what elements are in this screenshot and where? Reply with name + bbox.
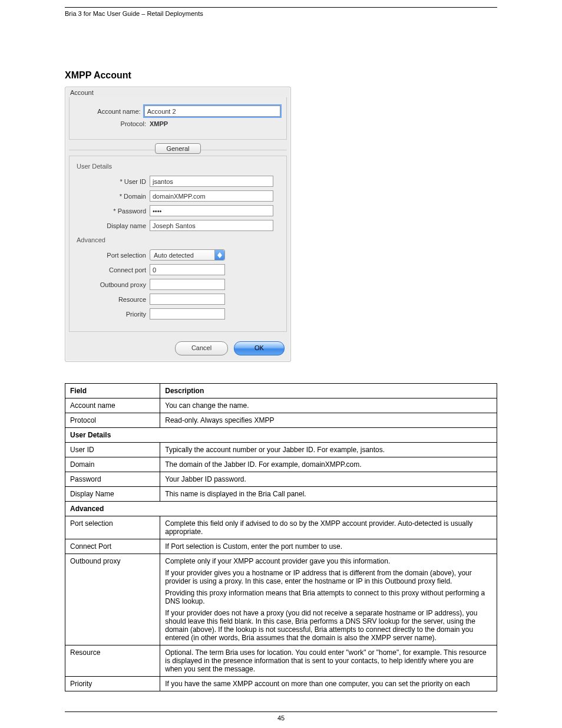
outbound-proxy-input[interactable] bbox=[150, 279, 225, 290]
cell-desc-p1: Complete only if your XMPP account provi… bbox=[165, 557, 492, 565]
header-left: Bria 3 for Mac User Guide – Retail Deplo… bbox=[65, 10, 203, 17]
cell-field: Account name bbox=[65, 398, 160, 413]
cell-desc: Your Jabber ID password. bbox=[160, 472, 497, 487]
port-selection-label: Port selection bbox=[75, 252, 150, 259]
protocol-label: Protocol: bbox=[75, 120, 150, 127]
table-row: Account name You can change the name. bbox=[65, 398, 497, 413]
th-desc: Description bbox=[160, 384, 497, 398]
page-number: 45 bbox=[277, 714, 285, 722]
page-footer: 45 bbox=[65, 711, 497, 722]
resource-label: Resource bbox=[75, 296, 150, 303]
cell-desc-p4: If your provider does not have a proxy (… bbox=[165, 609, 492, 642]
connect-port-input[interactable] bbox=[150, 264, 225, 275]
cell-desc: The domain of the Jabber ID. For example… bbox=[160, 457, 497, 472]
user-details-title: User Details bbox=[75, 161, 280, 172]
cell-desc-p3: Providing this proxy information means t… bbox=[165, 589, 492, 605]
display-name-input[interactable] bbox=[150, 220, 273, 231]
protocol-value: XMPP bbox=[150, 120, 168, 127]
svg-marker-1 bbox=[217, 255, 222, 258]
account-name-label: Account name: bbox=[75, 108, 144, 115]
table-row: Display Name This name is displayed in t… bbox=[65, 487, 497, 502]
cell-field: Display Name bbox=[65, 487, 160, 502]
cell-field: Domain bbox=[65, 457, 160, 472]
page-title: XMPP Account bbox=[65, 70, 497, 81]
dropdown-stepper-icon bbox=[214, 250, 224, 260]
password-label: * Password bbox=[75, 207, 150, 215]
cell-field: Protocol bbox=[65, 413, 160, 428]
table-row: Priority If you have the same XMPP accou… bbox=[65, 677, 497, 691]
resource-input[interactable] bbox=[150, 294, 225, 305]
outbound-proxy-label: Outbound proxy bbox=[75, 281, 150, 288]
table-section-row: User Details bbox=[65, 428, 497, 443]
cell-desc: Read-only. Always specifies XMPP bbox=[160, 413, 497, 428]
table-row: Port selection Complete this field only … bbox=[65, 516, 497, 539]
domain-input[interactable] bbox=[150, 190, 273, 202]
port-selection-select[interactable]: Auto detected bbox=[150, 249, 225, 261]
fields-table: Field Description Account name You can c… bbox=[65, 383, 497, 691]
section-user-details: User Details bbox=[65, 428, 497, 443]
ok-button[interactable]: OK bbox=[234, 341, 285, 355]
cell-field: User ID bbox=[65, 443, 160, 457]
cancel-button[interactable]: Cancel bbox=[175, 341, 228, 355]
cell-desc: Optional. The term Bria uses for locatio… bbox=[160, 645, 497, 677]
cell-field: Port selection bbox=[65, 516, 160, 539]
th-field: Field bbox=[65, 384, 160, 398]
user-id-input[interactable] bbox=[150, 176, 273, 187]
cell-field: Outbound proxy bbox=[65, 554, 160, 645]
cell-field: Resource bbox=[65, 645, 160, 677]
table-row: Resource Optional. The term Bria uses fo… bbox=[65, 645, 497, 677]
port-selection-value: Auto detected bbox=[154, 252, 194, 259]
table-row: Password Your Jabber ID password. bbox=[65, 472, 497, 487]
page-header: Bria 3 for Mac User Guide – Retail Deplo… bbox=[65, 7, 497, 17]
cell-desc: Typically the account number or your Jab… bbox=[160, 443, 497, 457]
tab-bar: General bbox=[69, 143, 287, 156]
table-row: Protocol Read-only. Always specifies XMP… bbox=[65, 413, 497, 428]
password-input[interactable] bbox=[150, 205, 273, 216]
user-id-label: * User ID bbox=[75, 178, 150, 185]
cell-desc: Complete only if your XMPP account provi… bbox=[160, 554, 497, 645]
account-name-input[interactable] bbox=[144, 106, 280, 117]
display-name-label: Display name bbox=[75, 222, 150, 229]
cell-desc: If you have the same XMPP account on mor… bbox=[160, 677, 497, 691]
table-row: Connect Port If Port selection is Custom… bbox=[65, 539, 497, 554]
connect-port-label: Connect port bbox=[75, 266, 150, 274]
account-dialog: Account Account name: Protocol: XMPP Gen… bbox=[65, 87, 291, 362]
cell-field: Priority bbox=[65, 677, 160, 691]
table-row: User ID Typically the account number or … bbox=[65, 443, 497, 457]
priority-label: Priority bbox=[75, 311, 150, 318]
section-advanced: Advanced bbox=[65, 502, 497, 516]
cell-desc: Complete this field only if advised to d… bbox=[160, 516, 497, 539]
tab-general[interactable]: General bbox=[155, 143, 201, 154]
domain-label: * Domain bbox=[75, 193, 150, 200]
table-row: Domain The domain of the Jabber ID. For … bbox=[65, 457, 497, 472]
advanced-title: Advanced bbox=[75, 235, 280, 246]
cell-desc: If Port selection is Custom, enter the p… bbox=[160, 539, 497, 554]
cell-field: Connect Port bbox=[65, 539, 160, 554]
table-row: Outbound proxy Complete only if your XMP… bbox=[65, 554, 497, 645]
cell-desc-p2: If your provider gives you a hostname or… bbox=[165, 569, 492, 585]
cell-desc: You can change the name. bbox=[160, 398, 497, 413]
cell-desc: This name is displayed in the Bria Call … bbox=[160, 487, 497, 502]
priority-input[interactable] bbox=[150, 308, 225, 319]
cell-field: Password bbox=[65, 472, 160, 487]
table-section-row: Advanced bbox=[65, 502, 497, 516]
section-account-title: Account bbox=[65, 87, 290, 97]
